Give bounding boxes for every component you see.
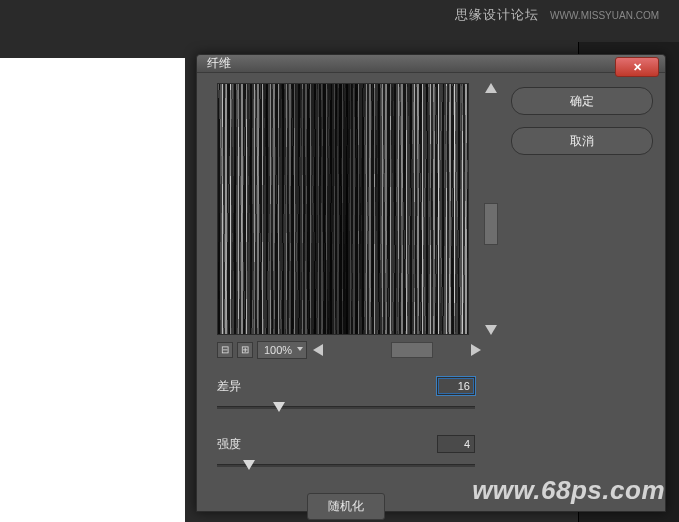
minus-icon: ⊟ — [221, 345, 229, 355]
close-icon: ✕ — [633, 61, 642, 74]
dialog-titlebar[interactable]: 纤维 ✕ — [197, 55, 665, 73]
scroll-left-icon[interactable] — [313, 344, 323, 356]
preview-wrap — [217, 83, 483, 335]
vertical-scroll-thumb[interactable] — [484, 203, 498, 245]
zoom-out-button[interactable]: ⊟ — [217, 342, 233, 358]
document-canvas[interactable] — [0, 58, 185, 522]
close-button[interactable]: ✕ — [615, 57, 659, 77]
zoom-value: 100% — [264, 344, 292, 356]
left-column: ⊟ ⊞ 100% 差异 — [217, 83, 497, 520]
controls: 差异 强度 — [217, 377, 475, 520]
right-column: 确定 取消 — [497, 83, 653, 520]
filter-preview[interactable] — [217, 83, 469, 335]
site-title: 思缘设计论坛 — [455, 7, 539, 22]
horizontal-scroll-thumb[interactable] — [391, 342, 433, 358]
strength-label: 强度 — [217, 436, 241, 453]
preview-horizontal-scrollbar[interactable] — [311, 343, 483, 357]
dialog-title: 纤维 — [207, 55, 231, 72]
scroll-right-icon[interactable] — [471, 344, 481, 356]
strength-control: 强度 — [217, 435, 475, 471]
plus-icon: ⊞ — [241, 345, 249, 355]
variance-slider[interactable] — [217, 401, 475, 413]
cancel-label: 取消 — [570, 133, 594, 150]
ok-label: 确定 — [570, 93, 594, 110]
strength-input[interactable] — [437, 435, 475, 453]
randomize-label: 随机化 — [328, 499, 364, 513]
site-url: WWW.MISSYUAN.COM — [550, 10, 659, 21]
scroll-up-icon[interactable] — [485, 83, 497, 93]
randomize-button[interactable]: 随机化 — [307, 493, 385, 520]
dialog-body: ⊟ ⊞ 100% 差异 — [197, 73, 665, 522]
variance-input[interactable] — [437, 377, 475, 395]
zoom-row: ⊟ ⊞ 100% — [217, 341, 483, 359]
variance-control: 差异 — [217, 377, 475, 413]
cancel-button[interactable]: 取消 — [511, 127, 653, 155]
preview-vertical-scrollbar[interactable] — [485, 83, 497, 335]
zoom-in-button[interactable]: ⊞ — [237, 342, 253, 358]
scroll-down-icon[interactable] — [485, 325, 497, 335]
variance-label: 差异 — [217, 378, 241, 395]
ok-button[interactable]: 确定 — [511, 87, 653, 115]
zoom-select[interactable]: 100% — [257, 341, 307, 359]
strength-slider[interactable] — [217, 459, 475, 471]
fibers-dialog: 纤维 ✕ ⊟ — [196, 54, 666, 512]
variance-slider-thumb[interactable] — [273, 402, 285, 412]
strength-slider-thumb[interactable] — [243, 460, 255, 470]
page-header: 思缘设计论坛 WWW.MISSYUAN.COM — [455, 6, 659, 24]
